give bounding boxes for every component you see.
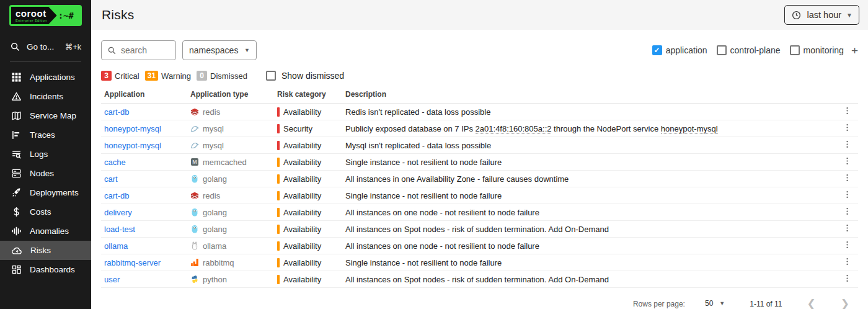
row-menu-button[interactable] [843,175,852,184]
row-menu-button[interactable] [843,242,852,251]
svg-text:M: M [192,159,197,165]
sidebar-item-label: Dashboards [30,265,75,274]
risk-description: All instances on Spot nodes - risk of su… [342,271,837,288]
traces-icon [11,130,22,140]
goto-shortcut: ⌘+k [65,42,81,52]
risk-description: All instances on Spot nodes - risk of su… [342,221,837,238]
risk-description: Single instance - not resilient to node … [342,187,837,204]
category-filter-control-plane[interactable]: control-plane [717,45,781,55]
golang-icon [190,225,199,233]
row-menu-button[interactable] [843,141,852,151]
column-header-application: Application [101,86,187,104]
search-box [101,40,176,60]
golang-icon [190,174,199,183]
checkbox-checked-icon[interactable]: ✓ [652,45,662,55]
application-link[interactable]: user [104,275,120,284]
category-filters: ✓applicationcontrol-planemonitoring [652,45,844,55]
sidebar-item-label: Service Map [30,111,76,120]
application-link[interactable]: cart-db [104,107,129,117]
severity-label: Warning [161,71,191,81]
rows-per-page-label: Rows per page: [633,300,685,308]
column-header-description: Description [342,86,837,104]
risks-table: Application Application type Risk catego… [101,86,858,288]
checkbox-unchecked-icon[interactable] [790,45,800,55]
namespaces-select[interactable]: namespaces ▼ [182,40,257,60]
main-area: Risks last hour ▼ namespaces ▼ ✓applicat… [91,0,868,309]
previous-page-button[interactable]: ❮ [807,297,816,309]
search-input[interactable] [121,45,164,55]
row-menu-button[interactable] [843,158,852,168]
goto-search[interactable]: Go to... ⌘+k [0,34,91,60]
severity-label: Dismissed [210,71,247,81]
applications-grid-icon [11,72,22,83]
application-link[interactable]: honeypot-mysql [104,124,161,133]
waveform-icon [11,226,22,236]
sidebar-item-logs[interactable]: Logs [0,145,91,164]
application-link[interactable]: cart-db [104,191,129,200]
application-link[interactable]: honeypot-mysql [104,141,161,150]
redis-icon [190,107,199,116]
sidebar-item-deployments[interactable]: Deployments [0,183,91,202]
rows-per-page-select[interactable]: 50 ▼ [704,297,726,309]
sidebar-item-service-map[interactable]: Service Map [0,106,91,125]
table-row: honeypot-mysqlmysqlAvailabilityMysql isn… [101,137,858,154]
time-range-picker[interactable]: last hour ▼ [784,5,859,25]
namespaces-label: namespaces [189,45,238,55]
category-filter-application[interactable]: ✓application [652,45,707,55]
sidebar-item-applications[interactable]: Applications [0,68,91,87]
application-link[interactable]: rabbitmq-server [104,258,161,267]
severity-count-warning: 31Warning [145,71,191,81]
severity-bar [277,107,280,117]
severity-bar [277,141,280,150]
sidebar-item-risks[interactable]: Risks [0,241,91,260]
severity-bar [277,275,280,284]
application-link[interactable]: load-test [104,225,135,234]
chevron-down-icon: ▼ [244,47,250,53]
table-row: load-testgolangAvailabilityAll instances… [101,221,858,238]
ollama-icon [190,241,199,250]
sidebar-item-label: Nodes [30,169,54,178]
show-dismissed-checkbox[interactable] [266,71,276,81]
sidebar-item-traces[interactable]: Traces [0,125,91,145]
row-menu-button[interactable] [843,192,852,201]
risk-category-label: Availability [283,107,321,117]
sidebar-item-incidents[interactable]: Incidents [0,87,91,106]
sidebar: coroot Enterprise Edition :~# Go to... ⌘… [0,0,91,309]
severity-bar [277,191,280,200]
next-page-button[interactable]: ❯ [841,297,849,309]
application-link[interactable]: ollama [104,241,128,251]
sidebar-item-dashboards[interactable]: Dashboards [0,260,91,279]
sidebar-item-nodes[interactable]: Nodes [0,164,91,183]
application-type-label: redis [203,191,220,200]
row-menu-button[interactable] [843,208,852,218]
coroot-logo[interactable]: coroot Enterprise Edition :~# [9,5,82,26]
application-type-label: rabbitmq [203,258,234,267]
row-menu-button[interactable] [843,259,852,268]
row-menu-button[interactable] [843,225,852,235]
row-menu-button[interactable] [843,125,852,134]
add-category-button[interactable]: + [851,45,858,56]
sidebar-item-costs[interactable]: Costs [0,202,91,222]
table-row: cartgolangAvailabilityAll instances in o… [101,171,858,187]
application-link[interactable]: cache [104,158,126,167]
rocket-icon [11,187,22,198]
show-dismissed-label: Show dismissed [281,71,344,81]
sidebar-item-anomalies[interactable]: Anomalies [0,222,91,241]
category-filter-monitoring[interactable]: monitoring [790,45,844,55]
show-dismissed-toggle[interactable]: Show dismissed [266,71,344,81]
severity-bar [277,241,280,251]
application-type-label: ollama [203,241,226,251]
map-icon [11,110,22,121]
risk-category-label: Availability [283,174,321,184]
severity-count-dismissed: 0Dismissed [197,71,247,81]
risk-category-label: Availability [283,225,321,234]
cloud-bolt-icon [11,245,22,256]
application-link[interactable]: cart [104,174,118,184]
application-link[interactable]: delivery [104,208,132,217]
row-menu-button[interactable] [843,275,852,285]
severity-bar [277,258,280,267]
row-menu-button[interactable] [843,108,852,117]
risk-description: Single instance - not resilient to node … [342,254,837,271]
search-icon [10,42,20,52]
checkbox-unchecked-icon[interactable] [717,45,727,55]
